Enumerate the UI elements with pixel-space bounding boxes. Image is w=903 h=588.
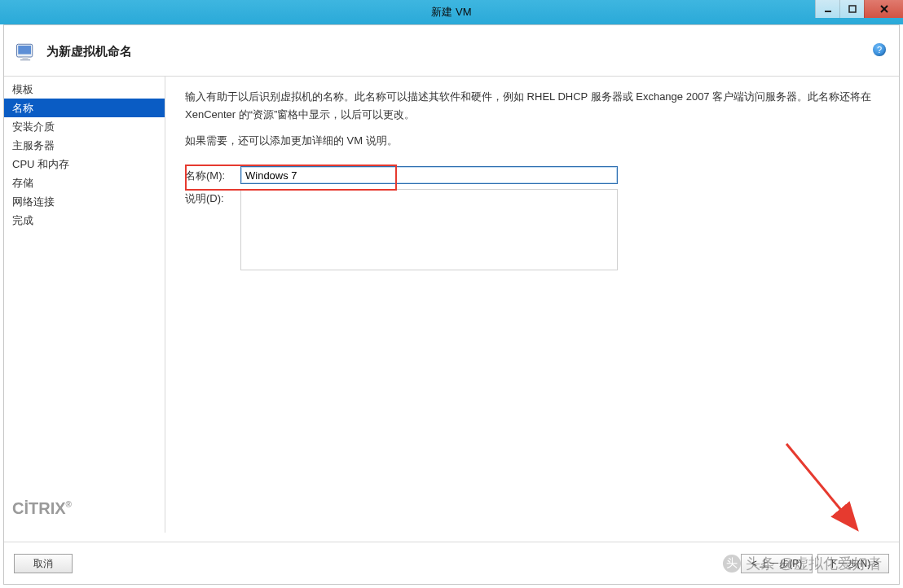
next-button[interactable]: 下一步(N) >	[817, 554, 889, 573]
name-label: 名称(M):	[185, 166, 240, 183]
svg-rect-7	[20, 59, 30, 61]
description-row: 说明(D):	[185, 189, 879, 270]
title-bar: 新建 VM	[0, 0, 903, 24]
citrix-logo: CİTRIX®	[4, 485, 165, 533]
svg-rect-6	[23, 57, 29, 59]
wizard-window: 为新虚拟机命名 ? 模板名称安装介质主服务器CPU 和内存存储网络连接完成 Cİ…	[3, 24, 900, 585]
help-icon[interactable]: ?	[873, 43, 886, 56]
window-controls	[815, 0, 903, 18]
name-row: 名称(M):	[185, 166, 879, 184]
cancel-button[interactable]: 取消	[14, 554, 73, 573]
sidebar-item-6[interactable]: 网络连接	[4, 192, 165, 211]
wizard-footer: 取消 < 上一步(P) 下一步(N) >	[4, 542, 899, 584]
vm-icon	[14, 40, 37, 63]
sidebar-item-5[interactable]: 存储	[4, 173, 165, 192]
wizard-title: 为新虚拟机命名	[46, 44, 132, 59]
sidebar-item-1[interactable]: 名称	[4, 99, 165, 117]
wizard-body: 模板名称安装介质主服务器CPU 和内存存储网络连接完成 CİTRIX® 输入有助…	[4, 77, 899, 533]
wizard-content: 输入有助于以后识别虚拟机的名称。此名称可以描述其软件和硬件，例如 RHEL DH…	[165, 77, 899, 533]
sidebar-item-3[interactable]: 主服务器	[4, 136, 165, 155]
vm-description-input[interactable]	[240, 189, 618, 270]
wizard-sidebar: 模板名称安装介质主服务器CPU 和内存存储网络连接完成 CİTRIX®	[4, 77, 165, 533]
sidebar-item-7[interactable]: 完成	[4, 211, 165, 230]
close-button[interactable]	[864, 0, 903, 18]
minimize-button[interactable]	[815, 0, 839, 18]
wizard-header: 为新虚拟机命名 ?	[4, 25, 899, 77]
sidebar-item-2[interactable]: 安装介质	[4, 117, 165, 136]
svg-rect-5	[18, 46, 31, 55]
sidebar-item-4[interactable]: CPU 和内存	[4, 155, 165, 173]
window-title: 新建 VM	[431, 5, 471, 20]
instruction-text-2: 如果需要，还可以添加更加详细的 VM 说明。	[185, 134, 879, 148]
previous-button[interactable]: < 上一步(P)	[741, 554, 813, 573]
sidebar-item-0[interactable]: 模板	[4, 80, 165, 99]
maximize-button[interactable]	[839, 0, 864, 18]
instruction-text-1: 输入有助于以后识别虚拟机的名称。此名称可以描述其软件和硬件，例如 RHEL DH…	[185, 88, 879, 124]
description-label: 说明(D):	[185, 189, 240, 206]
svg-rect-1	[849, 6, 856, 12]
vm-name-input[interactable]	[240, 166, 618, 184]
